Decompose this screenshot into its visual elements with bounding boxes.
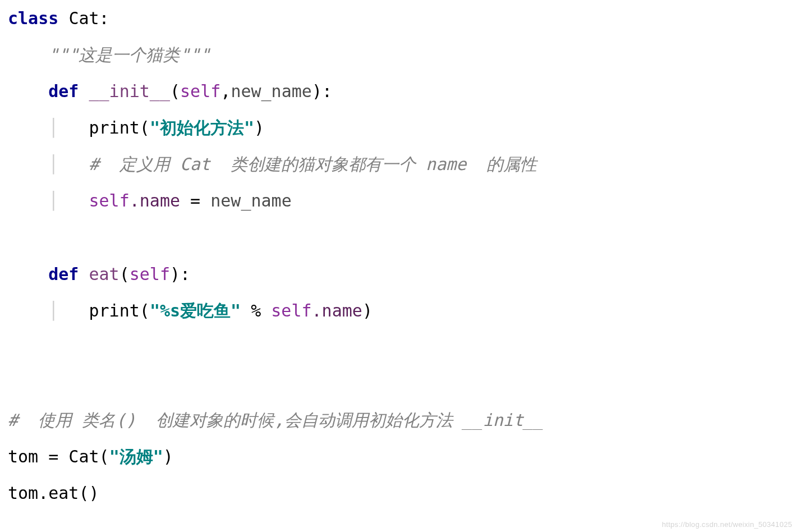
docstring: """这是一个猫类""" xyxy=(48,45,210,65)
colon: : xyxy=(99,8,109,28)
watermark: https://blog.csdn.net/weixin_50341025 xyxy=(662,520,792,529)
keyword-def: def xyxy=(48,81,79,101)
string-init: "初始化方法" xyxy=(150,118,254,137)
comment-attr: # 定义用 Cat 类创建的猫对象都有一个 name 的属性 xyxy=(89,154,537,174)
print-call: print xyxy=(89,118,140,137)
attr-name: .name xyxy=(130,191,180,210)
new-name-ref: new_name xyxy=(210,191,292,210)
self-ref: self xyxy=(271,301,311,320)
print-call: print xyxy=(89,301,140,320)
var-tom: tom xyxy=(8,447,38,466)
self-param: self xyxy=(180,81,220,101)
attr-name: .name xyxy=(312,301,362,320)
method-eat: eat xyxy=(89,264,119,284)
method-init: __init__ xyxy=(89,81,171,101)
self-param: self xyxy=(130,264,170,284)
string-eat: "%s爱吃鱼" xyxy=(150,301,241,320)
self-ref: self xyxy=(89,191,130,210)
keyword-class: class xyxy=(8,8,58,28)
code-block: class Cat: """这是一个猫类""" def __init__(sel… xyxy=(0,0,800,511)
class-name: Cat xyxy=(68,8,99,28)
param-new-name: new_name xyxy=(231,81,312,101)
keyword-def: def xyxy=(48,264,79,284)
comment-main: # 使用 类名() 创建对象的时候,会自动调用初始化方法 __init__ xyxy=(8,410,544,430)
tom-eat-call: tom.eat() xyxy=(8,483,99,503)
string-tom: "汤姆" xyxy=(109,447,163,466)
